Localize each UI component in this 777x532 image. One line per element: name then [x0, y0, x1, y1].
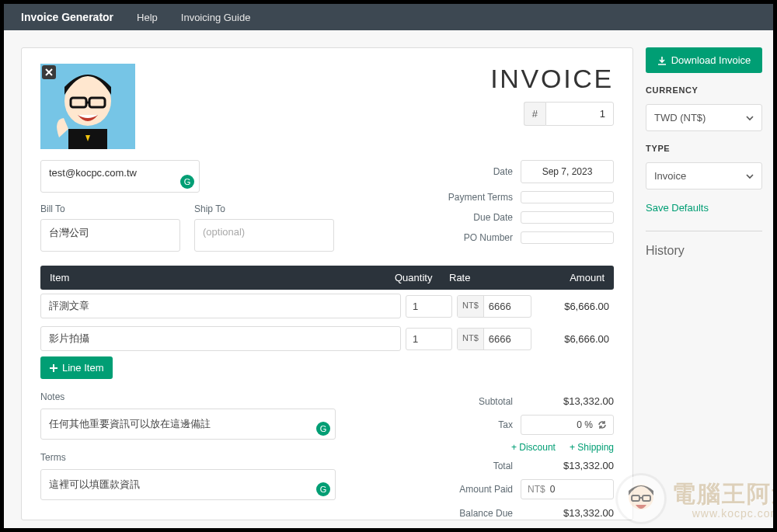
tax-label[interactable]: Tax [420, 419, 513, 430]
notes-input[interactable]: 任何其他重要資訊可以放在這邊備註 G [40, 409, 336, 440]
brand[interactable]: Invoice Generator [21, 11, 113, 23]
close-icon [45, 68, 53, 76]
item-rate-value: 6666 [484, 329, 531, 349]
po-number-label[interactable]: PO Number [427, 232, 513, 243]
item-rate-value: 6666 [484, 296, 531, 317]
item-name-input[interactable]: 評測文章 [40, 294, 401, 318]
col-amount[interactable]: Amount [527, 272, 605, 283]
terms-value: 這裡可以填匯款資訊 [49, 478, 140, 492]
item-row: 影片拍攝 1 NT$ 6666 $6,666.00 [40, 322, 614, 355]
remove-logo-button[interactable] [42, 65, 56, 79]
nav-guide[interactable]: Invoicing Guide [181, 12, 251, 23]
download-invoice-button[interactable]: Download Invoice [646, 47, 762, 73]
bill-to-label[interactable]: Bill To [40, 203, 180, 214]
amount-paid-input[interactable]: NT$ 0 [521, 479, 614, 499]
po-number-input[interactable] [521, 231, 614, 244]
ship-to-input[interactable]: (optional) [194, 219, 334, 252]
main-area: INVOICE # 1 test@kocpc.com.tw G Bill To … [4, 30, 773, 528]
amount-paid-label[interactable]: Amount Paid [420, 484, 513, 495]
history-heading[interactable]: History [646, 244, 762, 258]
col-rate[interactable]: Rate [449, 272, 527, 283]
col-item[interactable]: Item [50, 272, 395, 283]
total-label[interactable]: Total [420, 461, 513, 471]
item-name-input[interactable]: 影片拍攝 [40, 326, 401, 351]
chevron-down-icon [746, 114, 754, 122]
subtotal-label[interactable]: Subtotal [420, 396, 513, 407]
hash-label: # [524, 102, 545, 126]
total-value: $13,332.00 [521, 460, 614, 471]
grammarly-icon[interactable]: G [180, 175, 194, 189]
date-input[interactable]: Sep 7, 2023 [521, 160, 614, 183]
grammarly-icon[interactable]: G [316, 482, 330, 496]
item-rate-input[interactable]: NT$ 6666 [457, 328, 531, 350]
from-field[interactable]: test@kocpc.com.tw G [40, 160, 200, 193]
add-line-label: Line Item [62, 362, 103, 374]
refresh-icon[interactable] [598, 420, 607, 429]
ship-to-label[interactable]: Ship To [194, 203, 334, 214]
notes-value: 任何其他重要資訊可以放在這邊備註 [49, 417, 211, 431]
grammarly-icon[interactable]: G [316, 422, 330, 436]
invoice-title[interactable]: INVOICE [490, 64, 614, 94]
invoice-number-input[interactable]: 1 [545, 102, 614, 126]
add-line-item-button[interactable]: Line Item [40, 356, 113, 379]
add-discount-link[interactable]: + Discount [511, 442, 556, 453]
balance-due-label[interactable]: Balance Due [420, 508, 513, 519]
top-nav: Invoice Generator Help Invoicing Guide [4, 4, 773, 30]
amount-paid-value: 0 [550, 484, 556, 495]
currency-prefix: NT$ [458, 329, 484, 349]
type-label: TYPE [646, 144, 762, 153]
from-value: test@kocpc.com.tw [49, 167, 137, 179]
col-quantity[interactable]: Quantity [395, 272, 449, 283]
tax-value: 0 % [577, 419, 593, 430]
download-icon [657, 56, 667, 65]
bill-to-input[interactable]: 台灣公司 [40, 219, 180, 252]
due-date-input[interactable] [521, 211, 614, 224]
item-amount: $6,666.00 [536, 333, 614, 345]
invoice-card: INVOICE # 1 test@kocpc.com.tw G Bill To … [21, 47, 633, 520]
terms-label[interactable]: Terms [40, 452, 336, 463]
currency-select[interactable]: TWD (NT$) [646, 104, 762, 131]
plus-icon [50, 364, 57, 372]
sidebar: Download Invoice CURRENCY TWD (NT$) TYPE… [646, 47, 762, 520]
amount-paid-prefix: NT$ [528, 484, 545, 495]
payment-terms-input[interactable] [521, 191, 614, 203]
terms-input[interactable]: 這裡可以填匯款資訊 G [40, 469, 336, 500]
add-shipping-link[interactable]: + Shipping [570, 442, 614, 453]
invoice-number-field[interactable]: # 1 [524, 102, 614, 126]
due-date-label[interactable]: Due Date [427, 212, 513, 223]
divider [646, 231, 762, 231]
logo-wrap [40, 64, 135, 149]
subtotal-value: $13,332.00 [521, 395, 614, 407]
item-rate-input[interactable]: NT$ 6666 [457, 295, 531, 318]
currency-label: CURRENCY [646, 85, 762, 95]
tax-input[interactable]: 0 % [521, 415, 614, 435]
item-qty-input[interactable]: 1 [406, 295, 452, 318]
date-label[interactable]: Date [427, 166, 513, 177]
items-header: Item Quantity Rate Amount [40, 266, 614, 290]
save-defaults-link[interactable]: Save Defaults [646, 202, 762, 214]
balance-due-value: $13,332.00 [521, 507, 614, 519]
item-amount: $6,666.00 [536, 301, 614, 312]
item-row: 評測文章 1 NT$ 6666 $6,666.00 [40, 290, 614, 322]
payment-terms-label[interactable]: Payment Terms [427, 192, 513, 203]
currency-value: TWD (NT$) [654, 112, 706, 123]
nav-help[interactable]: Help [137, 12, 158, 23]
item-qty-input[interactable]: 1 [406, 328, 452, 350]
type-select[interactable]: Invoice [646, 162, 762, 190]
type-value: Invoice [654, 170, 686, 182]
currency-prefix: NT$ [458, 296, 484, 317]
download-label: Download Invoice [671, 54, 751, 66]
chevron-down-icon [746, 172, 754, 180]
notes-label[interactable]: Notes [40, 391, 336, 402]
